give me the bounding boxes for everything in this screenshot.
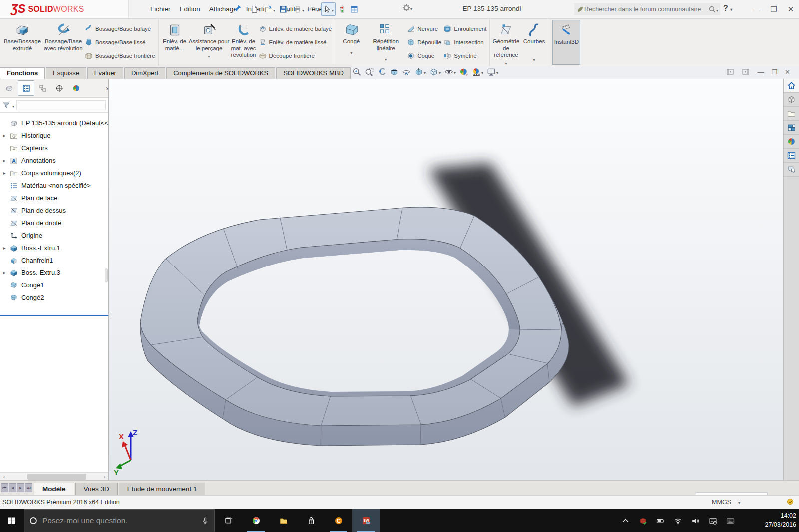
dropdown-caret-icon[interactable]: [496, 67, 498, 76]
feature-tree-tab-button[interactable]: [18, 80, 34, 96]
first-tab-button[interactable]: ⏮: [1, 483, 8, 492]
solidworks-taskbar-button[interactable]: SW2016: [352, 509, 380, 532]
tray-sw-tray-button[interactable]: [636, 517, 649, 525]
tree-item[interactable]: Congé1: [0, 279, 108, 291]
previous-view-button[interactable]: [377, 67, 386, 76]
dropdown-caret-icon[interactable]: [288, 5, 290, 14]
view-orientation-button[interactable]: [414, 67, 426, 76]
cut-revolve-button[interactable]: Enlèv. de mat. avec révolution: [230, 20, 258, 65]
tree-item[interactable]: ▸Corps volumiques(2): [0, 167, 108, 179]
open-document-button[interactable]: [263, 2, 277, 16]
dropdown-caret-icon[interactable]: [302, 5, 304, 14]
dropdown-caret-icon[interactable]: [12, 101, 14, 110]
boundary-cut-button[interactable]: Découpe frontière: [259, 50, 332, 61]
tree-item[interactable]: Origine: [0, 229, 108, 242]
intersect-button[interactable]: Intersection: [443, 37, 486, 48]
shell-button[interactable]: Coque: [407, 50, 441, 61]
tree-filter-field[interactable]: [16, 100, 106, 110]
taskpane-home-button[interactable]: [784, 79, 799, 93]
reference-geometry-button[interactable]: Géométrie de référence: [492, 20, 520, 65]
taskpane-custom-properties-button[interactable]: [784, 149, 799, 163]
dropdown-caret-icon[interactable]: [481, 67, 483, 76]
help-button[interactable]: ?: [723, 4, 732, 13]
zoom-area-button[interactable]: [365, 67, 374, 76]
tree-item[interactable]: ▸Boss.-Extru.1: [0, 242, 108, 254]
rollback-bar[interactable]: [0, 315, 109, 316]
tree-item[interactable]: ▸AAnnotations: [0, 154, 108, 167]
dropdown-caret-icon[interactable]: [317, 5, 319, 14]
expand-arrow-icon[interactable]: ▸: [0, 170, 9, 176]
tree-vertical-scrollbar[interactable]: [105, 268, 108, 282]
save-button[interactable]: [278, 2, 291, 16]
tab-esquisse[interactable]: Esquisse: [46, 67, 86, 79]
display-style-button[interactable]: [429, 67, 441, 76]
tab-complements[interactable]: Compléments de SOLIDWORKS: [166, 67, 275, 79]
tab-vues-3d[interactable]: Vues 3D: [75, 483, 118, 495]
tab-fonctions[interactable]: Fonctions: [0, 67, 45, 79]
quick-tip-icon[interactable]: [786, 498, 794, 506]
draft-button[interactable]: Dépouille: [407, 37, 441, 48]
minimize-button[interactable]: —: [748, 0, 765, 18]
explorer-taskbar-button[interactable]: [270, 509, 297, 532]
scrollbar-thumb[interactable]: [27, 474, 86, 480]
dropdown-caret-icon[interactable]: [505, 60, 507, 67]
tree-item[interactable]: Plan de dessus: [0, 204, 108, 217]
zoom-fit-button[interactable]: [352, 67, 361, 76]
apply-scene-button[interactable]: [472, 67, 483, 76]
interference-check-button[interactable]: [337, 2, 348, 16]
select-tool-button[interactable]: [321, 2, 336, 16]
community-search[interactable]: Rechercher dans le forum communautaire: [574, 3, 720, 15]
taskpane-design-library-button[interactable]: [784, 107, 799, 121]
part-tab-button[interactable]: [1, 80, 17, 96]
tab-etude-mouvement[interactable]: Etude de mouvement 1: [119, 483, 206, 495]
taskbar-clock[interactable]: 14:02 27/03/2016: [741, 512, 796, 529]
filter-funnel-icon[interactable]: [2, 101, 10, 109]
hole-wizard-button[interactable]: Assistance pour le perçage: [189, 20, 230, 65]
pane-right-icon[interactable]: [742, 68, 750, 76]
dropdown-caret-icon[interactable]: [730, 4, 732, 13]
tree-horizontal-scrollbar[interactable]: ‹ ›: [0, 472, 109, 480]
units-selector[interactable]: MMGS: [712, 499, 740, 506]
expand-arrow-icon[interactable]: ▸: [0, 270, 9, 275]
next-tab-button[interactable]: ▸: [17, 483, 24, 492]
doc-restore-button[interactable]: ❐: [771, 68, 777, 76]
configuration-tab-button[interactable]: [51, 80, 67, 96]
options-button[interactable]: [402, 3, 412, 12]
tray-chevron-up-button[interactable]: [619, 517, 632, 525]
undo-button[interactable]: [307, 2, 320, 16]
expand-arrow-icon[interactable]: ▸: [0, 133, 9, 138]
menu-edition[interactable]: Edition: [175, 3, 205, 15]
expand-pane-arrow[interactable]: ›: [106, 84, 108, 92]
dropdown-caret-icon[interactable]: [410, 3, 412, 12]
tree-item[interactable]: Congé2: [0, 291, 108, 304]
last-tab-button[interactable]: ⏭: [25, 483, 32, 492]
new-document-button[interactable]: [249, 2, 262, 16]
base-revolve-button[interactable]: Bossage/Base avec révolution: [43, 20, 84, 65]
taskpane-resources-button[interactable]: [784, 93, 799, 107]
wrap-button[interactable]: abEnroulement: [443, 23, 486, 34]
tree-item[interactable]: Chanfrein1: [0, 254, 108, 266]
taskpane-forum-button[interactable]: [784, 163, 799, 177]
tree-root-item[interactable]: EP 135-135 arrondi (Défaut<<D: [0, 117, 108, 129]
dropdown-caret-icon[interactable]: [716, 5, 718, 14]
prev-tab-button[interactable]: ◂: [9, 483, 16, 492]
tray-battery-button[interactable]: [654, 517, 667, 525]
pane-left-icon[interactable]: [726, 68, 734, 76]
dropdown-caret-icon[interactable]: [533, 56, 535, 63]
tree-item[interactable]: Capteurs: [0, 142, 108, 154]
curves-button[interactable]: Courbes: [520, 20, 548, 65]
doc-minimize-button[interactable]: —: [757, 68, 764, 76]
tree-item[interactable]: Matériau <non spécifié>: [0, 179, 108, 192]
dropdown-caret-icon[interactable]: [273, 5, 275, 14]
boundary-boss-button[interactable]: Bossage/Base frontière: [85, 50, 155, 61]
dropdown-caret-icon[interactable]: [424, 67, 426, 76]
print-button[interactable]: [292, 2, 306, 16]
dropdown-caret-icon[interactable]: [439, 67, 441, 76]
fillet-button[interactable]: Congé: [337, 20, 365, 65]
dropdown-caret-icon[interactable]: [350, 49, 352, 56]
dropdown-caret-icon[interactable]: [454, 67, 456, 76]
chrome-taskbar-button[interactable]: [242, 509, 270, 532]
linear-pattern-button[interactable]: Répétition linéaire: [365, 20, 406, 65]
task-view-button[interactable]: [215, 509, 242, 532]
swept-boss-button[interactable]: Bossage/Base balayé: [85, 23, 155, 34]
